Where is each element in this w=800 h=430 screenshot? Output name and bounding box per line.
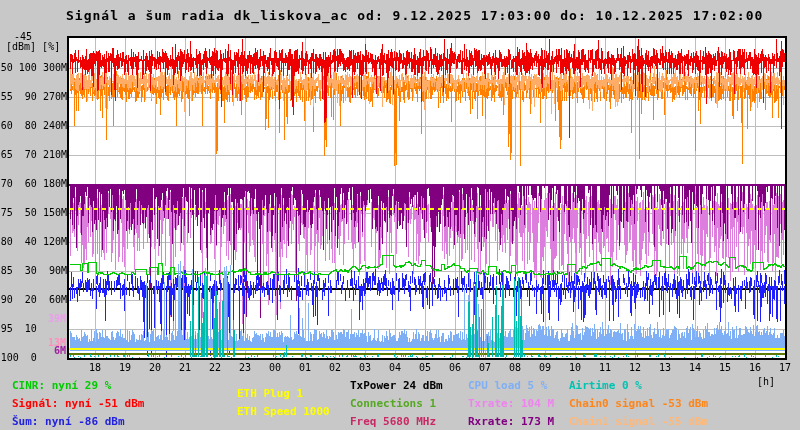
x-axis-tick-label: 11	[599, 362, 611, 373]
y-axis-row-label: -90 20 60M	[0, 295, 67, 305]
legend-chain1: Chain1 signal -55 dBm	[569, 416, 708, 428]
x-axis-tick-label: 02	[329, 362, 341, 373]
legend-signal: Signál: nyní -51 dBm	[12, 398, 144, 410]
x-axis-tick-label: 05	[419, 362, 431, 373]
x-axis-tick-label: 10	[569, 362, 581, 373]
x-axis-tick-label: 04	[389, 362, 401, 373]
x-axis-tick-label: 19	[119, 362, 131, 373]
legend-sum: Šum: nyní -86 dBm	[12, 416, 125, 428]
legend-txrate: Txrate: 104 M	[468, 398, 554, 410]
x-axis-tick-label: 13	[659, 362, 671, 373]
y-axis-row-label: -50 100 300M	[0, 63, 67, 73]
legend-cinr: CINR: nyní 29 %	[12, 380, 111, 392]
y-axis-row-label: -60 80 240M	[0, 121, 67, 131]
y-axis-row-label: -95 10	[0, 324, 67, 334]
x-axis-tick-label: 00	[269, 362, 281, 373]
legend-connections: Connections 1	[350, 398, 436, 410]
y-axis-row-label: -65 70 210M	[0, 150, 67, 160]
x-axis-tick-label: 01	[299, 362, 311, 373]
x-axis-tick-label: 17	[779, 362, 791, 373]
x-axis-tick-label: 12	[629, 362, 641, 373]
legend-rxrate: Rxrate: 173 M	[468, 416, 554, 428]
x-axis-tick-label: 22	[209, 362, 221, 373]
x-axis-tick-label: 23	[239, 362, 251, 373]
graph-title: Signál a šum radia dk_liskova_ac od: 9.1…	[66, 8, 763, 23]
x-axis-tick-label: 03	[359, 362, 371, 373]
x-axis-tick-label: 09	[539, 362, 551, 373]
x-axis-tick-label: 15	[719, 362, 731, 373]
x-axis-tick-label: 06	[449, 362, 461, 373]
rrd-graph-page: Signál a šum radia dk_liskova_ac od: 9.1…	[0, 0, 800, 430]
legend-airtime: Airtime 0 %	[569, 380, 642, 392]
x-axis-tick-label: 14	[689, 362, 701, 373]
x-axis-tick-label: 08	[509, 362, 521, 373]
legend-eth-speed: ETH Speed 1000	[237, 406, 330, 418]
legend-cpu: CPU load 5 %	[468, 380, 547, 392]
x-axis-tick-label: 16	[749, 362, 761, 373]
x-axis-unit-label: [h]	[757, 376, 775, 387]
y-axis-row-label: -55 90 270M	[0, 92, 67, 102]
y-axis-row-label: -70 60 180M	[0, 179, 67, 189]
x-axis-tick-label: 20	[149, 362, 161, 373]
rate-label: 6M	[54, 346, 66, 356]
legend-eth-plug: ETH Plug 1	[237, 388, 303, 400]
x-axis-tick-label: 21	[179, 362, 191, 373]
y-axis-row-label: -80 40 120M	[0, 237, 67, 247]
rate-label: 39M	[48, 314, 66, 324]
x-axis-tick-label: 18	[89, 362, 101, 373]
x-axis-tick-label: 07	[479, 362, 491, 373]
y-axis-row-label: -75 50 150M	[0, 208, 67, 218]
y-axis-units-label: [dBm] [%]	[6, 41, 60, 52]
y-axis-row-label: -85 30 90M	[0, 266, 67, 276]
legend-freq: Freq 5680 MHz	[350, 416, 436, 428]
legend-txpower: TxPower 24 dBm	[350, 380, 443, 392]
legend-chain0: Chain0 signal -53 dBm	[569, 398, 708, 410]
